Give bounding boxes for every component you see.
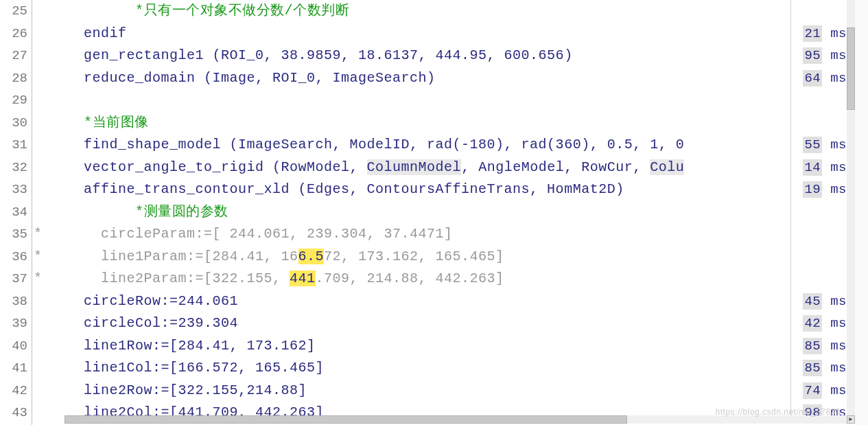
code-line[interactable]: circleRow:=244.061 [32, 290, 789, 313]
horizontal-scrollbar-thumb[interactable] [64, 415, 627, 424]
line-number: 30 [0, 112, 32, 135]
line-number: 33 [0, 179, 32, 201]
timing-value [789, 0, 847, 23]
line-number: 32 [0, 157, 32, 179]
code-line[interactable]: circleParam:=[ 244.061, 239.304, 37.4471… [32, 223, 789, 246]
code-line[interactable]: *当前图像 [32, 112, 789, 135]
line-number: 36 [0, 246, 32, 268]
code-line[interactable]: find_shape_model (ImageSearch, ModelID, … [32, 134, 789, 157]
timing-value: 85 ms [789, 357, 847, 380]
line-number: 38 [0, 290, 32, 313]
code-line[interactable]: line1Param:=[284.41, 166.572, 173.162, 1… [32, 246, 789, 268]
code-line[interactable]: circleCol:=239.304 [32, 312, 789, 335]
line-number: 40 [0, 335, 32, 358]
vertical-scrollbar-thumb[interactable] [847, 27, 855, 110]
timing-value [789, 89, 847, 112]
line-number: 35 [0, 223, 32, 246]
line-number: 27 [0, 45, 32, 67]
code-area[interactable]: *** *只有一个对象不做分数/个数判断 endif gen_rectangle… [32, 0, 868, 425]
code-line[interactable]: *测量圆的参数 [32, 201, 789, 224]
timing-value: 55 ms [789, 134, 847, 157]
right-margin [855, 0, 868, 425]
timing-value: 95 ms [789, 45, 847, 67]
line-number: 26 [0, 23, 32, 45]
code-line[interactable]: endif [32, 23, 789, 45]
timing-value: 64 ms [789, 67, 847, 90]
timing-value [789, 201, 847, 224]
timing-value [789, 268, 847, 290]
timing-value: 42 ms [789, 312, 847, 335]
code-line[interactable]: line2Param:=[322.155, 441.709, 214.88, 4… [32, 268, 789, 290]
code-line[interactable]: *只有一个对象不做分数/个数判断 [32, 0, 789, 23]
code-line[interactable]: affine_trans_contour_xld (Edges, Contour… [32, 179, 789, 201]
line-number: 43 [0, 402, 32, 424]
line-number: 41 [0, 357, 32, 380]
code-line[interactable]: line2Row:=[322.155,214.88] [32, 380, 789, 402]
line-number: 29 [0, 89, 32, 112]
line-number: 25 [0, 0, 32, 23]
code-line[interactable]: reduce_domain (Image, ROI_0, ImageSearch… [32, 67, 789, 90]
code-column[interactable]: *只有一个对象不做分数/个数判断 endif gen_rectangle1 (R… [32, 0, 789, 424]
timing-value: 85 ms [789, 335, 847, 358]
timing-value: 14 ms [789, 157, 847, 179]
code-line[interactable]: vector_angle_to_rigid (RowModel, ColumnM… [32, 157, 789, 179]
timing-value [789, 112, 847, 135]
line-number: 28 [0, 67, 32, 90]
line-number: 42 [0, 380, 32, 402]
code-editor: 25262728293031323334353637383940414243 *… [0, 0, 868, 425]
vertical-scrollbar[interactable] [847, 0, 855, 415]
line-number: 37 [0, 268, 32, 290]
code-line[interactable]: line1Col:=[166.572, 165.465] [32, 357, 789, 380]
timing-column: 21 ms95 ms64 ms55 ms14 ms19 ms45 ms42 ms… [789, 0, 847, 424]
line-number: 39 [0, 312, 32, 335]
timing-value: 21 ms [789, 23, 847, 45]
timing-value [789, 223, 847, 246]
line-number: 31 [0, 134, 32, 157]
watermark: https://blog.csdn.net/m0_37833 [716, 407, 841, 417]
code-line[interactable] [32, 89, 789, 112]
line-number-gutter: 25262728293031323334353637383940414243 [0, 0, 32, 425]
timing-value [789, 246, 847, 268]
timing-value: 19 ms [789, 179, 847, 201]
timing-value: 74 ms [789, 380, 847, 402]
line-number: 34 [0, 201, 32, 224]
timing-value: 45 ms [789, 290, 847, 313]
code-line[interactable]: gen_rectangle1 (ROI_0, 38.9859, 18.6137,… [32, 45, 789, 67]
code-line[interactable]: line1Row:=[284.41, 173.162] [32, 335, 789, 358]
scroll-right-button[interactable]: ▶ [847, 415, 855, 424]
